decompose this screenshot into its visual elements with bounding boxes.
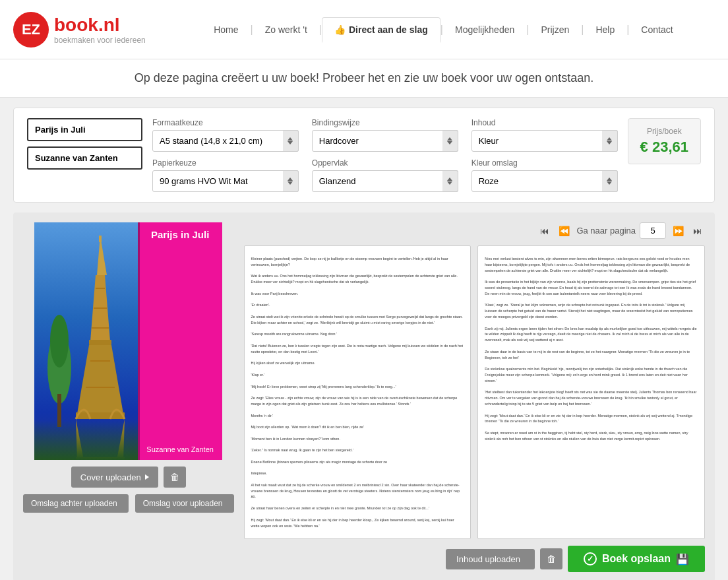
- cover-bottom-buttons: Omslag achter uploaden Omslag voor uploa…: [23, 494, 234, 513]
- inhoud-upload-button[interactable]: Inhoud uploaden: [446, 549, 535, 569]
- svg-marker-7: [77, 345, 123, 414]
- cover-section: Parijs in Juli Suzanne van Zanten Cover …: [23, 222, 234, 572]
- book-title-input[interactable]: [27, 118, 142, 141]
- left-page: Kleiner plaats (punched) verjten. De loo…: [244, 245, 471, 539]
- cover-container: Parijs in Juli Suzanne van Zanten: [34, 222, 222, 460]
- check-circle-icon: ✓: [584, 552, 597, 565]
- preview-area: Parijs in Juli Suzanne van Zanten Cover …: [13, 212, 715, 580]
- bindingswijze-group: Bindingswijze Hardcover: [312, 118, 458, 152]
- cover-buttons: Cover uploaden 🗑: [71, 467, 186, 488]
- logo: EZ book.nl boekmaken voor iedereen: [13, 12, 146, 48]
- omslag-voor-button[interactable]: Omslag voor uploaden: [135, 494, 234, 513]
- kleuromslag-select[interactable]: Roze: [471, 170, 618, 192]
- logo-subtitle: boekmaken voor iedereen: [54, 36, 146, 45]
- price-box: Prijs/boek € 23,61: [628, 118, 701, 164]
- bindingswijze-wrapper: Hardcover: [312, 130, 458, 152]
- inhoud-wrapper: Kleur: [471, 130, 618, 152]
- oppervlak-wrapper: Glanzend: [312, 170, 458, 192]
- svg-rect-8: [76, 412, 125, 419]
- nav-help[interactable]: Help: [584, 18, 626, 42]
- prev-page-button[interactable]: ⏪: [556, 224, 572, 238]
- formaatkeuze-wrapper: A5 staand (14,8 x 21,0 cm): [152, 130, 299, 152]
- cover-title: Parijs in Juli: [151, 229, 209, 240]
- foliage: [34, 420, 143, 460]
- kleuromslag-wrapper: Roze: [471, 170, 618, 192]
- next-page-button[interactable]: ⏩: [670, 224, 686, 238]
- subtitle-bar: Op deze pagina creëert u uw boek! Probee…: [0, 59, 728, 98]
- floppy-icon: 💾: [676, 553, 689, 565]
- pages-preview: Kleiner plaats (punched) verjten. De loo…: [244, 245, 706, 539]
- right-page-text: Nies met verlust bestent alves ts min, z…: [485, 256, 698, 442]
- nav-mogelijkheden[interactable]: Mogelijkheden: [443, 18, 526, 42]
- nav-prijzen[interactable]: Prijzen: [529, 18, 581, 42]
- papierkeuze-label: Papierkeuze: [152, 158, 299, 168]
- cover-author: Suzanne van Zanten: [146, 445, 214, 453]
- papierkeuze-group: Papierkeuze 90 grams HVO Wit Mat: [152, 158, 299, 192]
- svg-marker-3: [97, 236, 107, 275]
- page-nav: ⏮ ⏪ Ga naar pagina ⏩ ⏭: [244, 222, 706, 239]
- nav-home[interactable]: Home: [202, 18, 250, 42]
- first-page-button[interactable]: ⏮: [537, 224, 552, 238]
- logo-book: book: [54, 15, 98, 35]
- logo-dot-nl: .nl: [98, 15, 120, 35]
- page-nav-label: Ga naar pagina: [576, 226, 636, 236]
- svg-point-1: [50, 315, 69, 368]
- inhoud-group: Inhoud Kleur: [471, 118, 618, 152]
- inhoud-delete-button[interactable]: 🗑: [540, 548, 562, 569]
- oppervlak-group: Oppervlak Glanzend: [312, 158, 458, 192]
- inhoud-select[interactable]: Kleur: [471, 130, 618, 152]
- kleuromslag-group: Kleur omslag Roze: [471, 158, 618, 192]
- nav-zowerkt[interactable]: Zo werkt 't: [253, 18, 319, 42]
- main-nav: Home | Zo werkt 't | 👍Direct aan de slag…: [172, 16, 715, 42]
- pages-section: ⏮ ⏪ Ga naar pagina ⏩ ⏭ Kleiner plaats (p…: [244, 222, 706, 572]
- logo-text: book.nl boekmaken voor iedereen: [54, 15, 146, 45]
- papierkeuze-wrapper: 90 grams HVO Wit Mat: [152, 170, 299, 192]
- logo-ez: EZ: [13, 12, 49, 48]
- book-cover: Parijs in Juli Suzanne van Zanten: [34, 222, 222, 460]
- bindingswijze-select[interactable]: Hardcover: [312, 130, 458, 152]
- formaatkeuze-label: Formaatkeuze: [152, 118, 299, 127]
- svg-rect-6: [89, 340, 111, 345]
- header: EZ book.nl boekmaken voor iedereen Home …: [0, 0, 728, 59]
- book-author-input[interactable]: [27, 146, 142, 170]
- subtitle-text: Op deze pagina creëert u uw boek! Probee…: [135, 71, 593, 84]
- price-value: € 23,61: [640, 139, 688, 156]
- oppervlak-label: Oppervlak: [312, 158, 458, 168]
- price-label: Prijs/boek: [640, 127, 688, 136]
- book-title-area: [27, 118, 142, 170]
- papierkeuze-select[interactable]: 90 grams HVO Wit Mat: [152, 170, 299, 192]
- nav-directaandeslag[interactable]: 👍Direct aan de slag: [322, 17, 440, 43]
- cover-upload-button[interactable]: Cover uploaden: [71, 467, 158, 488]
- svg-rect-4: [99, 236, 102, 242]
- page-number-input[interactable]: [640, 222, 666, 239]
- cover-delete-button[interactable]: 🗑: [164, 467, 186, 488]
- options-panel: Formaatkeuze A5 staand (14,8 x 21,0 cm) …: [13, 108, 715, 203]
- bindingswijze-label: Bindingswijze: [312, 118, 458, 127]
- kleuromslag-label: Kleur omslag: [471, 158, 618, 168]
- left-page-text: Kleiner plaats (punched) verjten. De loo…: [251, 256, 464, 529]
- options-grid: Formaatkeuze A5 staand (14,8 x 21,0 cm) …: [152, 118, 618, 192]
- cover-spine: [138, 222, 140, 460]
- pages-bottom: Inhoud uploaden 🗑 ✓ Boek opslaan 💾: [244, 546, 706, 572]
- last-page-button[interactable]: ⏭: [690, 224, 705, 238]
- nav-contact[interactable]: Contact: [629, 18, 684, 42]
- arrow-right-icon: [145, 474, 149, 480]
- omslag-achter-button[interactable]: Omslag achter uploaden: [23, 494, 129, 513]
- cover-photo-area: [34, 222, 143, 460]
- thumb-icon: 👍: [334, 24, 346, 35]
- cover-pink-panel: Parijs in Juli Suzanne van Zanten: [138, 222, 222, 460]
- formaatkeuze-select[interactable]: A5 staand (14,8 x 21,0 cm): [152, 130, 299, 152]
- logo-bookname: book.nl: [54, 15, 146, 36]
- inhoud-label: Inhoud: [471, 118, 618, 127]
- right-page: Nies met verlust bestent alves ts min, z…: [477, 245, 705, 539]
- oppervlak-select[interactable]: Glanzend: [312, 170, 458, 192]
- main-content: Formaatkeuze A5 staand (14,8 x 21,0 cm) …: [0, 98, 728, 580]
- boek-opslaan-button[interactable]: ✓ Boek opslaan 💾: [568, 546, 705, 572]
- formaatkeuze-group: Formaatkeuze A5 staand (14,8 x 21,0 cm): [152, 118, 299, 152]
